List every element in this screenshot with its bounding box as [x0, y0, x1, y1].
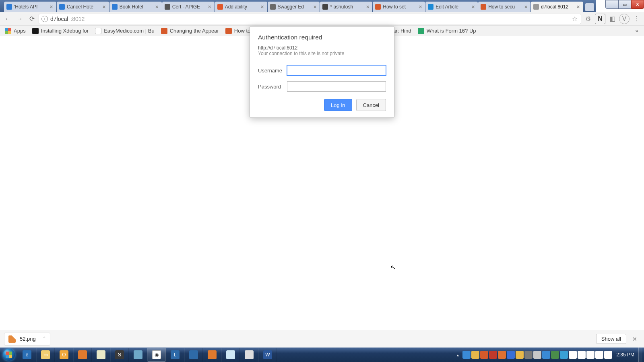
taskbar-app-file-explorer[interactable]: ▭: [36, 348, 55, 362]
notepad-icon: [97, 350, 105, 359]
taskbar-app-app7[interactable]: [129, 348, 147, 362]
app12-icon: [226, 350, 235, 359]
download-file-icon: [8, 335, 16, 343]
taskbar-app-app9[interactable]: L: [166, 348, 184, 362]
tab-close-button[interactable]: ✕: [155, 4, 159, 9]
tab-close-button[interactable]: ✕: [523, 4, 528, 9]
cancel-button[interactable]: Cancel: [356, 99, 386, 111]
tray-t13-icon[interactable]: [569, 351, 577, 359]
window-maximize-button[interactable]: ▭: [618, 0, 631, 9]
browser-tab[interactable]: d7local:8012✕: [531, 2, 583, 12]
tray-t2-icon[interactable]: [471, 351, 479, 359]
browser-tab[interactable]: Add ability✕: [215, 2, 267, 12]
tab-favicon-icon: [428, 4, 433, 10]
tab-close-button[interactable]: ✕: [49, 4, 54, 9]
tray-t9-icon[interactable]: [533, 351, 541, 359]
tab-close-button[interactable]: ✕: [312, 4, 317, 9]
tray-t7-icon[interactable]: [516, 351, 524, 359]
taskbar-app-outlook[interactable]: O: [55, 348, 73, 362]
apps-button[interactable]: Apps: [2, 27, 28, 35]
tab-favicon-icon: [6, 4, 12, 10]
taskbar-clock[interactable]: 2:35 PM: [613, 352, 638, 358]
bookmarks-overflow-button[interactable]: »: [632, 28, 642, 34]
tray-t4-icon[interactable]: [489, 351, 497, 359]
bookmark-item[interactable]: What is Form 16? Up: [415, 27, 479, 35]
tray-t12-icon[interactable]: [560, 351, 568, 359]
bookmark-star-icon[interactable]: ☆: [572, 15, 578, 23]
taskbar-app-firefox[interactable]: [73, 348, 92, 362]
site-info-icon[interactable]: i: [41, 16, 48, 22]
chrome-menu-button[interactable]: ⋮: [631, 14, 642, 24]
browser-tab[interactable]: Cancel Hote✕: [57, 2, 109, 12]
password-input[interactable]: [287, 81, 386, 92]
browser-tab[interactable]: Book Hotel✕: [109, 2, 162, 12]
window-controls: — ▭ X: [605, 0, 644, 9]
tray-t14-icon[interactable]: [578, 351, 586, 359]
tray-t10-icon[interactable]: [542, 351, 550, 359]
download-item[interactable]: 52.png ˄: [4, 333, 50, 346]
taskbar-app-chrome[interactable]: ◉: [147, 348, 166, 362]
tray-flag-icon[interactable]: [604, 351, 612, 359]
taskbar-app-xampp[interactable]: [203, 348, 221, 362]
tab-close-button[interactable]: ✕: [418, 4, 423, 9]
browser-tab[interactable]: 'Hotels API'✕: [4, 2, 56, 12]
auth-warning: Your connection to this site is not priv…: [258, 51, 386, 56]
tray-overflow-icon[interactable]: ▴: [454, 351, 462, 359]
extension-v-icon[interactable]: V: [619, 14, 630, 24]
tab-close-button[interactable]: ✕: [102, 4, 107, 9]
browser-tab[interactable]: Edit Article✕: [425, 2, 478, 12]
tray-t1-icon[interactable]: [462, 351, 471, 359]
taskbar-app-sublime[interactable]: S: [110, 348, 129, 362]
taskbar-app-putty[interactable]: [240, 348, 258, 362]
tab-label: Edit Article: [436, 4, 469, 10]
tab-close-button[interactable]: ✕: [260, 4, 265, 9]
browser-tab[interactable]: * ashutosh✕: [320, 2, 372, 12]
download-caret-icon[interactable]: ˄: [43, 336, 46, 342]
tab-close-button[interactable]: ✕: [365, 4, 370, 9]
download-bar-close-button[interactable]: ✕: [630, 336, 640, 342]
extension-n-icon[interactable]: N: [595, 14, 605, 24]
taskbar-app-app12[interactable]: [221, 348, 240, 362]
taskbar-app-word[interactable]: W: [258, 348, 277, 362]
bookmark-item[interactable]: Changing the Appear: [159, 27, 221, 35]
tab-label: Cert - APIGE: [172, 4, 205, 10]
tab-favicon-icon: [481, 4, 486, 10]
tray-t5-icon[interactable]: [498, 351, 506, 359]
tab-close-button[interactable]: ✕: [576, 4, 581, 9]
tray-t16-icon[interactable]: [595, 351, 603, 359]
back-button[interactable]: ←: [2, 14, 13, 24]
taskbar-app-app10[interactable]: [184, 348, 203, 362]
bookmark-item[interactable]: EasyMedico.com | Bu: [93, 27, 157, 35]
username-input[interactable]: [287, 65, 386, 76]
bookmark-item[interactable]: Installing Xdebug for: [30, 27, 91, 35]
auth-url: http://d7local:8012: [258, 45, 386, 51]
tray-t15-icon[interactable]: [586, 351, 594, 359]
download-show-all-button[interactable]: Show all: [596, 334, 626, 344]
window-close-button[interactable]: X: [631, 0, 644, 9]
browser-tab[interactable]: How to set✕: [373, 2, 425, 12]
tray-t11-icon[interactable]: [551, 351, 559, 359]
tab-label: How to set: [383, 4, 416, 10]
forward-button[interactable]: →: [14, 14, 25, 24]
tray-t6-icon[interactable]: [507, 351, 515, 359]
window-minimize-button[interactable]: —: [605, 0, 618, 9]
password-label: Password: [258, 84, 287, 90]
address-bar[interactable]: i d7local:8012 ☆: [39, 14, 581, 24]
reload-button[interactable]: ⟳: [27, 14, 37, 24]
tab-close-button[interactable]: ✕: [207, 4, 212, 9]
show-desktop-button[interactable]: [638, 348, 642, 362]
tray-t8-icon[interactable]: [524, 351, 533, 359]
taskbar-app-notepad[interactable]: [92, 348, 110, 362]
login-button[interactable]: Log in: [324, 99, 352, 111]
start-button[interactable]: [0, 348, 18, 362]
tab-close-button[interactable]: ✕: [471, 4, 475, 9]
taskbar-app-internet-explorer[interactable]: e: [18, 348, 36, 362]
new-tab-button[interactable]: [585, 3, 594, 11]
browser-tab[interactable]: How to secu✕: [478, 2, 530, 12]
browser-tab[interactable]: Cert - APIGE✕: [162, 2, 215, 12]
browser-tab[interactable]: Swagger Ed✕: [268, 2, 320, 12]
extension-3-icon[interactable]: ◧: [607, 14, 617, 24]
extension-settings-icon[interactable]: ⚙: [583, 14, 593, 24]
bookmark-label: EasyMedico.com | Bu: [104, 28, 154, 34]
tray-t3-icon[interactable]: [480, 351, 488, 359]
